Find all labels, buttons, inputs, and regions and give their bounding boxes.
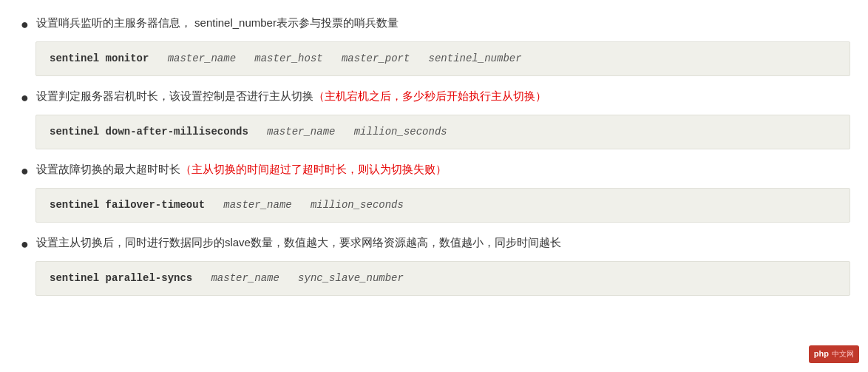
code-block-1: sentinel monitor master_name master_host… xyxy=(35,41,850,76)
code-param-3-2: million_seconds xyxy=(298,199,404,211)
bullet-text-4: 设置主从切换后，同时进行数据同步的slave数量，数值越大，要求网络资源越高，数… xyxy=(36,233,850,252)
code-block-3: sentinel failover-timeout master_name mi… xyxy=(35,188,850,223)
code-param-1-4: sentinel_number xyxy=(416,53,522,64)
bullet-line-4: ● 设置主从切换后，同时进行数据同步的slave数量，数值越大，要求网络资源越高… xyxy=(18,233,850,255)
section-failover: ● 设置故障切换的最大超时时长（主从切换的时间超过了超时时长，则认为切换失败） … xyxy=(18,160,850,223)
code-keyword-2: sentinel down-after-milliseconds xyxy=(50,126,248,138)
section-parallel-syncs: ● 设置主从切换后，同时进行数据同步的slave数量，数值越大，要求网络资源越高… xyxy=(18,233,850,296)
code-keyword-4: sentinel parallel-syncs xyxy=(50,272,192,284)
code-keyword-3: sentinel failover-timeout xyxy=(50,199,205,211)
bullet-line-3: ● 设置故障切换的最大超时时长（主从切换的时间超过了超时时长，则认为切换失败） xyxy=(18,160,850,182)
code-block-4: sentinel parallel-syncs master_name sync… xyxy=(35,261,850,296)
code-param-1-3: master_port xyxy=(329,53,410,64)
code-block-2: sentinel down-after-milliseconds master_… xyxy=(35,115,850,149)
code-keyword-1: sentinel monitor xyxy=(50,53,149,64)
section-sentinel-monitor: ● 设置哨兵监听的主服务器信息， sentinel_number表示参与投票的哨… xyxy=(18,13,850,76)
php-badge-label: php xyxy=(814,348,829,361)
bullet-line-2: ● 设置判定服务器宕机时长，该设置控制是否进行主从切换（主机宕机之后，多少秒后开… xyxy=(18,87,850,109)
bullet-text-2: 设置判定服务器宕机时长，该设置控制是否进行主从切换（主机宕机之后，多少秒后开始执… xyxy=(36,87,850,106)
php-badge-site: 中文网 xyxy=(832,348,854,360)
bullet-text-1: 设置哨兵监听的主服务器信息， sentinel_number表示参与投票的哨兵数… xyxy=(36,13,850,33)
php-badge[interactable]: php 中文网 xyxy=(809,345,859,363)
code-param-2-2: million_seconds xyxy=(342,126,447,138)
code-param-1-1: master_name xyxy=(155,53,236,64)
code-param-4-2: sync_slave_number xyxy=(285,272,404,284)
bullet-line-1: ● 设置哨兵监听的主服务器信息， sentinel_number表示参与投票的哨… xyxy=(18,13,850,35)
bullet-text-3-red: （主从切换的时间超过了超时时长，则认为切换失败） xyxy=(180,163,447,175)
bullet-icon-1: ● xyxy=(21,14,29,35)
bullet-text-2-red: （主机宕机之后，多少秒后开始执行主从切换） xyxy=(313,89,546,102)
bullet-text-2-normal: 设置判定服务器宕机时长，该设置控制是否进行主从切换 xyxy=(36,89,313,102)
code-param-3-1: master_name xyxy=(211,199,291,211)
bullet-icon-3: ● xyxy=(21,160,29,182)
code-param-2-1: master_name xyxy=(254,126,335,138)
bullet-icon-2: ● xyxy=(21,87,29,109)
main-content: ● 设置哨兵监听的主服务器信息， sentinel_number表示参与投票的哨… xyxy=(18,13,850,296)
bullet-text-3-normal: 设置故障切换的最大超时时长 xyxy=(36,163,180,175)
bullet-text-3: 设置故障切换的最大超时时长（主从切换的时间超过了超时时长，则认为切换失败） xyxy=(36,160,850,179)
code-param-1-2: master_host xyxy=(242,53,322,64)
bullet-icon-4: ● xyxy=(21,234,29,255)
code-param-4-1: master_name xyxy=(199,272,279,284)
section-down-after: ● 设置判定服务器宕机时长，该设置控制是否进行主从切换（主机宕机之后，多少秒后开… xyxy=(18,87,850,149)
